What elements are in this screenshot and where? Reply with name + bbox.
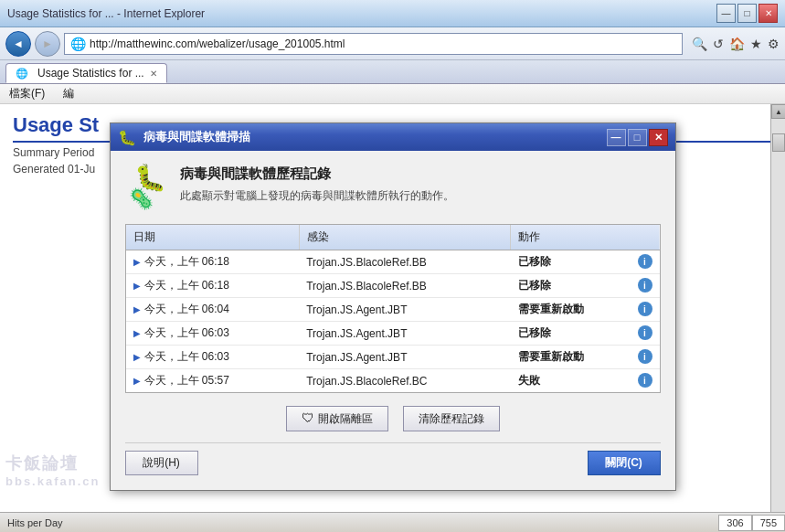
cell-action: 需要重新啟動 i	[511, 298, 660, 322]
virus-scan-dialog: 🐛 病毒與間諜軟體掃描 — □ ✕ 🐛	[110, 122, 676, 491]
table-row: ▶今天，上午 05:57 Trojan.JS.BlacoleRef.BC 失敗 …	[126, 369, 660, 393]
cell-date: ▶今天，上午 06:04	[126, 298, 300, 322]
table-body: ▶今天，上午 06:18 Trojan.JS.BlacoleRef.BB 已移除…	[126, 250, 660, 393]
dialog-title-text: 病毒與間諜軟體掃描	[143, 129, 599, 145]
quarantine-icon: 🛡	[302, 410, 314, 425]
tools-icon[interactable]: ⚙	[768, 37, 780, 51]
cell-action: 已移除 i	[511, 250, 660, 274]
info-icon[interactable]: i	[638, 278, 652, 293]
menubar: 檔案(F) 編	[0, 84, 785, 104]
star-icon[interactable]: ★	[750, 37, 762, 51]
watermark: 卡飯論壇 bbs.kafan.cn	[0, 451, 105, 490]
menu-file[interactable]: 檔案(F)	[4, 84, 50, 103]
tab-icon: 🌐	[16, 68, 28, 80]
dialog-overlay: 🐛 病毒與間諜軟體掃描 — □ ✕ 🐛	[0, 104, 785, 512]
cell-date: ▶今天，上午 06:03	[126, 322, 300, 346]
page-content: Usage St Summary Period Generated 01-Ju …	[0, 104, 785, 512]
row-arrow-icon: ▶	[133, 352, 141, 362]
cell-infection: Trojan.JS.Agent.JBT	[299, 322, 511, 346]
infections-table-wrap: 日期 感染 動作 ▶今天，上午 06:18 Trojan.JS.BlacoleR…	[125, 224, 661, 393]
browser-tabbar: 🌐 Usage Statistics for ... ✕	[0, 60, 785, 84]
address-bar[interactable]: 🌐 http://matthewinc.com/webalizer/usage_…	[64, 33, 683, 55]
menu-edit[interactable]: 編	[58, 84, 80, 103]
search-icon[interactable]: 🔍	[692, 37, 707, 51]
dialog-close-button[interactable]: ✕	[649, 129, 668, 146]
browser-toolbar: ◄ ► 🌐 http://matthewinc.com/webalizer/us…	[0, 27, 785, 60]
cell-action: 已移除 i	[511, 322, 660, 346]
dialog-header-desc: 此處顯示對電腦上發現的病毒與間諜軟體所執行的動作。	[180, 188, 454, 204]
minimize-button[interactable]: —	[716, 4, 736, 23]
url-text: http://matthewinc.com/webalizer/usage_20…	[90, 37, 345, 50]
cell-action: 失敗 i	[511, 369, 660, 393]
clear-history-button[interactable]: 清除歷程記錄	[403, 406, 500, 431]
bottom-num1: 306	[718, 515, 751, 531]
table-row: ▶今天，上午 06:18 Trojan.JS.BlacoleRef.BB 已移除…	[126, 274, 660, 298]
row-arrow-icon: ▶	[133, 304, 141, 314]
dialog-header: 🐛 🦠 病毒與間諜軟體歷程記錄 此處顯示對電腦上發現的病毒與間諜軟體所執行的動作…	[125, 165, 661, 209]
info-icon[interactable]: i	[638, 325, 652, 340]
quarantine-button[interactable]: 🛡開啟隔離區	[286, 406, 388, 431]
info-icon[interactable]: i	[638, 254, 652, 269]
dialog-title-icon: 🐛	[118, 129, 136, 146]
tab-close-button[interactable]: ✕	[150, 69, 157, 79]
info-icon[interactable]: i	[638, 349, 652, 364]
forward-button[interactable]: ►	[35, 31, 60, 57]
cell-infection: Trojan.JS.BlacoleRef.BC	[299, 369, 511, 393]
cell-date: ▶今天，上午 06:18	[126, 274, 300, 298]
cell-action: 需要重新啟動 i	[511, 346, 660, 369]
dialog-title-buttons: — □ ✕	[607, 129, 668, 146]
dialog-close-action-button[interactable]: 關閉(C)	[588, 451, 661, 475]
dialog-titlebar: 🐛 病毒與間諜軟體掃描 — □ ✕	[111, 123, 675, 151]
dialog-header-title: 病毒與間諜軟體歷程記錄	[180, 165, 454, 183]
bottom-bar: Hits per Day 306 755	[0, 512, 785, 532]
cell-date: ▶今天，上午 06:18	[126, 250, 300, 274]
dialog-maximize-button[interactable]: □	[628, 129, 647, 146]
cell-infection: Trojan.JS.BlacoleRef.BB	[299, 250, 511, 274]
cell-infection: Trojan.JS.Agent.JBT	[299, 298, 511, 322]
refresh-icon[interactable]: ↺	[713, 37, 724, 51]
info-icon[interactable]: i	[638, 302, 652, 316]
col-date: 日期	[126, 225, 300, 250]
cell-action: 已移除 i	[511, 274, 660, 298]
tab-label: Usage Statistics for ...	[37, 67, 144, 80]
cell-infection: Trojan.JS.BlacoleRef.BB	[299, 274, 511, 298]
table-row: ▶今天，上午 06:04 Trojan.JS.Agent.JBT 需要重新啟動 …	[126, 298, 660, 322]
help-button[interactable]: 說明(H)	[125, 451, 198, 475]
active-tab[interactable]: 🌐 Usage Statistics for ... ✕	[5, 63, 167, 83]
dialog-bottom-buttons: 說明(H) 關閉(C)	[125, 442, 661, 475]
cell-infection: Trojan.JS.Agent.JBT	[299, 346, 511, 369]
row-arrow-icon: ▶	[133, 281, 141, 291]
table-row: ▶今天，上午 06:03 Trojan.JS.Agent.JBT 需要重新啟動 …	[126, 346, 660, 369]
browser-titlebar: Usage Statistics for ... - Internet Expl…	[0, 0, 785, 27]
info-icon[interactable]: i	[638, 373, 652, 388]
table-row: ▶今天，上午 06:03 Trojan.JS.Agent.JBT 已移除 i	[126, 322, 660, 346]
row-arrow-icon: ▶	[133, 376, 141, 386]
cell-date: ▶今天，上午 05:57	[126, 369, 300, 393]
titlebar-controls: — □ ✕	[716, 4, 778, 23]
browser-window: Usage Statistics for ... - Internet Expl…	[0, 0, 785, 532]
dialog-mid-buttons: 🛡開啟隔離區 清除歷程記錄	[125, 406, 661, 431]
toolbar-icons: 🔍 ↺ 🏠 ★ ⚙	[692, 37, 780, 51]
ie-icon: 🌐	[70, 37, 86, 51]
cell-date: ▶今天，上午 06:03	[126, 346, 300, 369]
row-arrow-icon: ▶	[133, 257, 141, 267]
row-arrow-icon: ▶	[133, 328, 141, 338]
bottom-numbers: 306 755	[718, 515, 785, 531]
bug-icon: 🐛 🦠	[125, 165, 169, 209]
table-row: ▶今天，上午 06:18 Trojan.JS.BlacoleRef.BB 已移除…	[126, 250, 660, 274]
col-action: 動作	[511, 225, 660, 250]
infections-table: 日期 感染 動作 ▶今天，上午 06:18 Trojan.JS.BlacoleR…	[126, 225, 660, 392]
bottom-label: Hits per Day	[0, 517, 718, 528]
col-infection: 感染	[299, 225, 511, 250]
close-button[interactable]: ✕	[758, 4, 778, 23]
dialog-header-text: 病毒與間諜軟體歷程記錄 此處顯示對電腦上發現的病毒與間諜軟體所執行的動作。	[180, 165, 454, 204]
bottom-num2: 755	[752, 515, 785, 531]
home-icon[interactable]: 🏠	[729, 37, 745, 51]
dialog-body: 🐛 🦠 病毒與間諜軟體歷程記錄 此處顯示對電腦上發現的病毒與間諜軟體所執行的動作…	[111, 151, 675, 490]
table-header-row: 日期 感染 動作	[126, 225, 660, 250]
back-button[interactable]: ◄	[5, 31, 31, 57]
maximize-button[interactable]: □	[737, 4, 757, 23]
dialog-minimize-button[interactable]: —	[607, 129, 626, 146]
browser-title: Usage Statistics for ... - Internet Expl…	[7, 7, 205, 20]
